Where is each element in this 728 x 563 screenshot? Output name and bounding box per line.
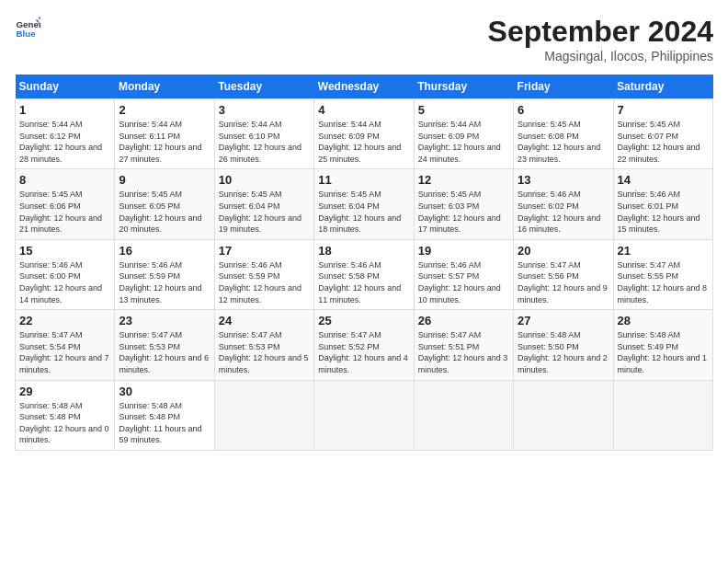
logo: General Blue bbox=[15, 15, 40, 40]
day-info: Sunrise: 5:46 AM Sunset: 5:59 PM Dayligh… bbox=[219, 259, 310, 305]
sunrise-text: Sunrise: 5:45 AM bbox=[418, 190, 482, 199]
sunrise-text: Sunrise: 5:46 AM bbox=[518, 190, 581, 199]
table-row: 15 Sunrise: 5:46 AM Sunset: 6:00 PM Dayl… bbox=[16, 239, 115, 309]
sunrise-text: Sunrise: 5:47 AM bbox=[418, 330, 482, 339]
weekday-header-tuesday: Tuesday bbox=[214, 75, 313, 99]
day-number: 4 bbox=[318, 103, 409, 117]
day-number: 18 bbox=[318, 244, 409, 258]
daylight-text: Daylight: 12 hours and 10 minutes. bbox=[418, 283, 501, 304]
sunset-text: Sunset: 6:07 PM bbox=[618, 132, 679, 141]
day-number: 28 bbox=[618, 314, 709, 327]
daylight-text: Daylight: 12 hours and 13 minutes. bbox=[119, 283, 201, 304]
day-info: Sunrise: 5:44 AM Sunset: 6:11 PM Dayligh… bbox=[119, 119, 210, 165]
title-area: September 2024 Magsingal, Ilocos, Philip… bbox=[488, 15, 713, 63]
day-info: Sunrise: 5:47 AM Sunset: 5:54 PM Dayligh… bbox=[19, 329, 110, 375]
sunset-text: Sunset: 5:48 PM bbox=[19, 412, 81, 421]
daylight-text: Daylight: 12 hours and 14 minutes. bbox=[19, 283, 102, 304]
sunrise-text: Sunrise: 5:48 AM bbox=[618, 330, 681, 339]
header: General Blue September 2024 Magsingal, I… bbox=[15, 15, 713, 63]
table-row: 11 Sunrise: 5:45 AM Sunset: 6:04 PM Dayl… bbox=[314, 169, 414, 239]
sunset-text: Sunset: 6:09 PM bbox=[318, 132, 380, 141]
day-number: 22 bbox=[19, 314, 110, 327]
table-row bbox=[314, 380, 414, 450]
daylight-text: Daylight: 12 hours and 25 minutes. bbox=[318, 143, 401, 164]
sunrise-text: Sunrise: 5:46 AM bbox=[119, 260, 182, 270]
sunset-text: Sunset: 6:06 PM bbox=[19, 201, 81, 211]
table-row: 5 Sunrise: 5:44 AM Sunset: 6:09 PM Dayli… bbox=[414, 99, 513, 169]
sunrise-text: Sunrise: 5:48 AM bbox=[518, 330, 581, 339]
sunrise-text: Sunrise: 5:45 AM bbox=[119, 190, 182, 199]
sunrise-text: Sunrise: 5:44 AM bbox=[418, 120, 482, 129]
sunrise-text: Sunrise: 5:47 AM bbox=[219, 330, 282, 339]
table-row: 8 Sunrise: 5:45 AM Sunset: 6:06 PM Dayli… bbox=[16, 169, 115, 239]
sunset-text: Sunset: 6:01 PM bbox=[618, 201, 679, 211]
calendar-body: 1 Sunrise: 5:44 AM Sunset: 6:12 PM Dayli… bbox=[16, 99, 713, 451]
table-row: 13 Sunrise: 5:46 AM Sunset: 6:02 PM Dayl… bbox=[514, 169, 613, 239]
day-info: Sunrise: 5:46 AM Sunset: 6:00 PM Dayligh… bbox=[19, 259, 110, 305]
table-row: 6 Sunrise: 5:45 AM Sunset: 6:08 PM Dayli… bbox=[514, 99, 613, 169]
day-info: Sunrise: 5:46 AM Sunset: 5:57 PM Dayligh… bbox=[418, 259, 509, 305]
sunrise-text: Sunrise: 5:44 AM bbox=[119, 120, 182, 129]
daylight-text: Daylight: 12 hours and 23 minutes. bbox=[518, 143, 600, 164]
day-info: Sunrise: 5:44 AM Sunset: 6:09 PM Dayligh… bbox=[418, 119, 509, 165]
day-info: Sunrise: 5:45 AM Sunset: 6:06 PM Dayligh… bbox=[19, 189, 110, 235]
sunset-text: Sunset: 6:00 PM bbox=[19, 271, 81, 281]
sunset-text: Sunset: 5:56 PM bbox=[518, 271, 579, 281]
day-number: 25 bbox=[318, 314, 409, 327]
calendar-week-row: 8 Sunrise: 5:45 AM Sunset: 6:06 PM Dayli… bbox=[16, 169, 713, 239]
sunrise-text: Sunrise: 5:45 AM bbox=[618, 120, 681, 129]
weekday-header-row: SundayMondayTuesdayWednesdayThursdayFrid… bbox=[16, 75, 713, 99]
sunset-text: Sunset: 5:53 PM bbox=[119, 342, 180, 351]
sunset-text: Sunset: 5:58 PM bbox=[318, 271, 380, 281]
table-row: 21 Sunrise: 5:47 AM Sunset: 5:55 PM Dayl… bbox=[613, 239, 712, 309]
table-row: 2 Sunrise: 5:44 AM Sunset: 6:11 PM Dayli… bbox=[115, 99, 214, 169]
daylight-text: Daylight: 12 hours and 28 minutes. bbox=[19, 143, 102, 164]
day-number: 5 bbox=[418, 103, 509, 117]
month-title: September 2024 bbox=[488, 15, 713, 49]
day-info: Sunrise: 5:48 AM Sunset: 5:48 PM Dayligh… bbox=[19, 400, 110, 446]
calendar-table: SundayMondayTuesdayWednesdayThursdayFrid… bbox=[15, 75, 713, 451]
day-number: 9 bbox=[119, 173, 210, 187]
location-subtitle: Magsingal, Ilocos, Philippines bbox=[488, 49, 713, 63]
table-row: 27 Sunrise: 5:48 AM Sunset: 5:50 PM Dayl… bbox=[514, 310, 613, 380]
day-info: Sunrise: 5:48 AM Sunset: 5:48 PM Dayligh… bbox=[119, 400, 210, 446]
day-info: Sunrise: 5:48 AM Sunset: 5:49 PM Dayligh… bbox=[618, 329, 709, 375]
logo-icon: General Blue bbox=[15, 15, 40, 40]
weekday-header-sunday: Sunday bbox=[16, 75, 115, 99]
day-info: Sunrise: 5:44 AM Sunset: 6:09 PM Dayligh… bbox=[318, 119, 409, 165]
daylight-text: Daylight: 12 hours and 1 minute. bbox=[618, 353, 708, 374]
day-number: 26 bbox=[418, 314, 509, 327]
daylight-text: Daylight: 12 hours and 26 minutes. bbox=[219, 143, 301, 164]
table-row: 14 Sunrise: 5:46 AM Sunset: 6:01 PM Dayl… bbox=[613, 169, 712, 239]
table-row: 23 Sunrise: 5:47 AM Sunset: 5:53 PM Dayl… bbox=[115, 310, 214, 380]
sunrise-text: Sunrise: 5:46 AM bbox=[318, 260, 381, 270]
day-info: Sunrise: 5:45 AM Sunset: 6:08 PM Dayligh… bbox=[518, 119, 609, 165]
daylight-text: Daylight: 12 hours and 7 minutes. bbox=[19, 353, 109, 374]
table-row: 20 Sunrise: 5:47 AM Sunset: 5:56 PM Dayl… bbox=[514, 239, 613, 309]
sunrise-text: Sunrise: 5:47 AM bbox=[119, 330, 182, 339]
weekday-header-friday: Friday bbox=[514, 75, 613, 99]
daylight-text: Daylight: 12 hours and 4 minutes. bbox=[318, 353, 408, 374]
day-number: 27 bbox=[518, 314, 609, 327]
daylight-text: Daylight: 12 hours and 3 minutes. bbox=[418, 353, 508, 374]
table-row: 28 Sunrise: 5:48 AM Sunset: 5:49 PM Dayl… bbox=[613, 310, 712, 380]
table-row: 1 Sunrise: 5:44 AM Sunset: 6:12 PM Dayli… bbox=[16, 99, 115, 169]
day-number: 3 bbox=[219, 103, 310, 117]
day-info: Sunrise: 5:44 AM Sunset: 6:10 PM Dayligh… bbox=[219, 119, 310, 165]
day-number: 13 bbox=[518, 173, 609, 187]
svg-text:Blue: Blue bbox=[16, 29, 36, 39]
table-row: 25 Sunrise: 5:47 AM Sunset: 5:52 PM Dayl… bbox=[314, 310, 414, 380]
daylight-text: Daylight: 12 hours and 24 minutes. bbox=[418, 143, 501, 164]
daylight-text: Daylight: 12 hours and 20 minutes. bbox=[119, 213, 201, 235]
sunset-text: Sunset: 5:51 PM bbox=[418, 342, 480, 351]
sunset-text: Sunset: 5:49 PM bbox=[618, 342, 679, 351]
day-number: 23 bbox=[119, 314, 210, 327]
daylight-text: Daylight: 12 hours and 21 minutes. bbox=[19, 213, 102, 235]
sunset-text: Sunset: 5:59 PM bbox=[219, 271, 280, 281]
sunset-text: Sunset: 5:54 PM bbox=[19, 342, 81, 351]
sunrise-text: Sunrise: 5:47 AM bbox=[318, 330, 381, 339]
table-row bbox=[514, 380, 613, 450]
table-row: 4 Sunrise: 5:44 AM Sunset: 6:09 PM Dayli… bbox=[314, 99, 414, 169]
day-info: Sunrise: 5:47 AM Sunset: 5:55 PM Dayligh… bbox=[618, 259, 709, 305]
day-number: 11 bbox=[318, 173, 409, 187]
